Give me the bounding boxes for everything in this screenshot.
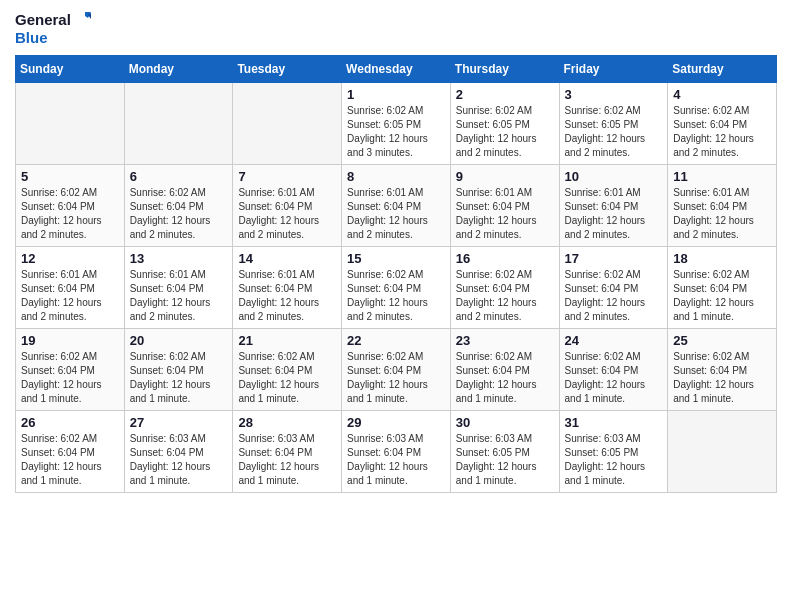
day-number: 3 xyxy=(565,87,663,102)
calendar-week-row: 26Sunrise: 6:02 AM Sunset: 6:04 PM Dayli… xyxy=(16,410,777,492)
calendar-cell: 28Sunrise: 6:03 AM Sunset: 6:04 PM Dayli… xyxy=(233,410,342,492)
column-header-monday: Monday xyxy=(124,55,233,82)
calendar-cell: 18Sunrise: 6:02 AM Sunset: 6:04 PM Dayli… xyxy=(668,246,777,328)
day-number: 20 xyxy=(130,333,228,348)
day-info: Sunrise: 6:01 AM Sunset: 6:04 PM Dayligh… xyxy=(238,268,336,324)
day-number: 14 xyxy=(238,251,336,266)
calendar-header-row: SundayMondayTuesdayWednesdayThursdayFrid… xyxy=(16,55,777,82)
column-header-saturday: Saturday xyxy=(668,55,777,82)
day-info: Sunrise: 6:03 AM Sunset: 6:04 PM Dayligh… xyxy=(347,432,445,488)
day-number: 15 xyxy=(347,251,445,266)
calendar-cell: 27Sunrise: 6:03 AM Sunset: 6:04 PM Dayli… xyxy=(124,410,233,492)
day-number: 29 xyxy=(347,415,445,430)
day-info: Sunrise: 6:02 AM Sunset: 6:04 PM Dayligh… xyxy=(347,268,445,324)
day-info: Sunrise: 6:02 AM Sunset: 6:05 PM Dayligh… xyxy=(347,104,445,160)
day-number: 6 xyxy=(130,169,228,184)
day-number: 17 xyxy=(565,251,663,266)
day-info: Sunrise: 6:02 AM Sunset: 6:04 PM Dayligh… xyxy=(130,350,228,406)
day-info: Sunrise: 6:01 AM Sunset: 6:04 PM Dayligh… xyxy=(21,268,119,324)
calendar-week-row: 12Sunrise: 6:01 AM Sunset: 6:04 PM Dayli… xyxy=(16,246,777,328)
logo-general: General xyxy=(15,12,71,29)
calendar-cell: 29Sunrise: 6:03 AM Sunset: 6:04 PM Dayli… xyxy=(342,410,451,492)
day-number: 28 xyxy=(238,415,336,430)
calendar-cell: 13Sunrise: 6:01 AM Sunset: 6:04 PM Dayli… xyxy=(124,246,233,328)
calendar-table: SundayMondayTuesdayWednesdayThursdayFrid… xyxy=(15,55,777,493)
calendar-cell: 21Sunrise: 6:02 AM Sunset: 6:04 PM Dayli… xyxy=(233,328,342,410)
column-header-wednesday: Wednesday xyxy=(342,55,451,82)
calendar-cell: 5Sunrise: 6:02 AM Sunset: 6:04 PM Daylig… xyxy=(16,164,125,246)
day-info: Sunrise: 6:02 AM Sunset: 6:04 PM Dayligh… xyxy=(565,268,663,324)
logo: General Blue xyxy=(15,10,91,47)
logo-container: General Blue xyxy=(15,10,91,47)
day-info: Sunrise: 6:03 AM Sunset: 6:04 PM Dayligh… xyxy=(238,432,336,488)
day-number: 27 xyxy=(130,415,228,430)
calendar-cell: 26Sunrise: 6:02 AM Sunset: 6:04 PM Dayli… xyxy=(16,410,125,492)
calendar-week-row: 1Sunrise: 6:02 AM Sunset: 6:05 PM Daylig… xyxy=(16,82,777,164)
day-info: Sunrise: 6:02 AM Sunset: 6:04 PM Dayligh… xyxy=(456,268,554,324)
day-info: Sunrise: 6:02 AM Sunset: 6:05 PM Dayligh… xyxy=(456,104,554,160)
day-number: 12 xyxy=(21,251,119,266)
calendar-cell: 15Sunrise: 6:02 AM Sunset: 6:04 PM Dayli… xyxy=(342,246,451,328)
calendar-cell: 20Sunrise: 6:02 AM Sunset: 6:04 PM Dayli… xyxy=(124,328,233,410)
day-info: Sunrise: 6:02 AM Sunset: 6:04 PM Dayligh… xyxy=(673,268,771,324)
day-info: Sunrise: 6:02 AM Sunset: 6:04 PM Dayligh… xyxy=(673,350,771,406)
day-info: Sunrise: 6:03 AM Sunset: 6:05 PM Dayligh… xyxy=(565,432,663,488)
column-header-tuesday: Tuesday xyxy=(233,55,342,82)
calendar-cell: 22Sunrise: 6:02 AM Sunset: 6:04 PM Dayli… xyxy=(342,328,451,410)
day-info: Sunrise: 6:01 AM Sunset: 6:04 PM Dayligh… xyxy=(673,186,771,242)
day-info: Sunrise: 6:03 AM Sunset: 6:04 PM Dayligh… xyxy=(130,432,228,488)
calendar-cell: 8Sunrise: 6:01 AM Sunset: 6:04 PM Daylig… xyxy=(342,164,451,246)
day-info: Sunrise: 6:01 AM Sunset: 6:04 PM Dayligh… xyxy=(347,186,445,242)
day-info: Sunrise: 6:02 AM Sunset: 6:04 PM Dayligh… xyxy=(21,350,119,406)
day-info: Sunrise: 6:01 AM Sunset: 6:04 PM Dayligh… xyxy=(456,186,554,242)
calendar-cell: 6Sunrise: 6:02 AM Sunset: 6:04 PM Daylig… xyxy=(124,164,233,246)
calendar-cell xyxy=(124,82,233,164)
calendar-cell: 2Sunrise: 6:02 AM Sunset: 6:05 PM Daylig… xyxy=(450,82,559,164)
day-number: 22 xyxy=(347,333,445,348)
day-number: 10 xyxy=(565,169,663,184)
day-info: Sunrise: 6:02 AM Sunset: 6:04 PM Dayligh… xyxy=(21,186,119,242)
calendar-cell xyxy=(16,82,125,164)
day-number: 8 xyxy=(347,169,445,184)
calendar-cell: 12Sunrise: 6:01 AM Sunset: 6:04 PM Dayli… xyxy=(16,246,125,328)
day-info: Sunrise: 6:01 AM Sunset: 6:04 PM Dayligh… xyxy=(565,186,663,242)
calendar-cell: 24Sunrise: 6:02 AM Sunset: 6:04 PM Dayli… xyxy=(559,328,668,410)
day-number: 11 xyxy=(673,169,771,184)
calendar-cell: 10Sunrise: 6:01 AM Sunset: 6:04 PM Dayli… xyxy=(559,164,668,246)
day-info: Sunrise: 6:01 AM Sunset: 6:04 PM Dayligh… xyxy=(238,186,336,242)
logo-bird-icon xyxy=(71,10,91,30)
day-number: 13 xyxy=(130,251,228,266)
calendar-cell: 11Sunrise: 6:01 AM Sunset: 6:04 PM Dayli… xyxy=(668,164,777,246)
calendar-week-row: 5Sunrise: 6:02 AM Sunset: 6:04 PM Daylig… xyxy=(16,164,777,246)
day-number: 25 xyxy=(673,333,771,348)
day-info: Sunrise: 6:02 AM Sunset: 6:04 PM Dayligh… xyxy=(130,186,228,242)
column-header-friday: Friday xyxy=(559,55,668,82)
day-info: Sunrise: 6:02 AM Sunset: 6:04 PM Dayligh… xyxy=(238,350,336,406)
day-info: Sunrise: 6:02 AM Sunset: 6:04 PM Dayligh… xyxy=(673,104,771,160)
calendar-cell xyxy=(233,82,342,164)
day-number: 16 xyxy=(456,251,554,266)
day-number: 7 xyxy=(238,169,336,184)
day-info: Sunrise: 6:03 AM Sunset: 6:05 PM Dayligh… xyxy=(456,432,554,488)
column-header-thursday: Thursday xyxy=(450,55,559,82)
calendar-cell xyxy=(668,410,777,492)
day-number: 26 xyxy=(21,415,119,430)
calendar-cell: 30Sunrise: 6:03 AM Sunset: 6:05 PM Dayli… xyxy=(450,410,559,492)
day-info: Sunrise: 6:02 AM Sunset: 6:04 PM Dayligh… xyxy=(565,350,663,406)
calendar-cell: 17Sunrise: 6:02 AM Sunset: 6:04 PM Dayli… xyxy=(559,246,668,328)
calendar-week-row: 19Sunrise: 6:02 AM Sunset: 6:04 PM Dayli… xyxy=(16,328,777,410)
calendar-cell: 31Sunrise: 6:03 AM Sunset: 6:05 PM Dayli… xyxy=(559,410,668,492)
day-number: 5 xyxy=(21,169,119,184)
day-number: 4 xyxy=(673,87,771,102)
calendar-cell: 23Sunrise: 6:02 AM Sunset: 6:04 PM Dayli… xyxy=(450,328,559,410)
day-info: Sunrise: 6:02 AM Sunset: 6:04 PM Dayligh… xyxy=(21,432,119,488)
day-number: 18 xyxy=(673,251,771,266)
day-number: 23 xyxy=(456,333,554,348)
calendar-cell: 14Sunrise: 6:01 AM Sunset: 6:04 PM Dayli… xyxy=(233,246,342,328)
day-info: Sunrise: 6:02 AM Sunset: 6:05 PM Dayligh… xyxy=(565,104,663,160)
calendar-cell: 25Sunrise: 6:02 AM Sunset: 6:04 PM Dayli… xyxy=(668,328,777,410)
day-number: 19 xyxy=(21,333,119,348)
day-info: Sunrise: 6:02 AM Sunset: 6:04 PM Dayligh… xyxy=(456,350,554,406)
calendar-cell: 3Sunrise: 6:02 AM Sunset: 6:05 PM Daylig… xyxy=(559,82,668,164)
day-number: 31 xyxy=(565,415,663,430)
